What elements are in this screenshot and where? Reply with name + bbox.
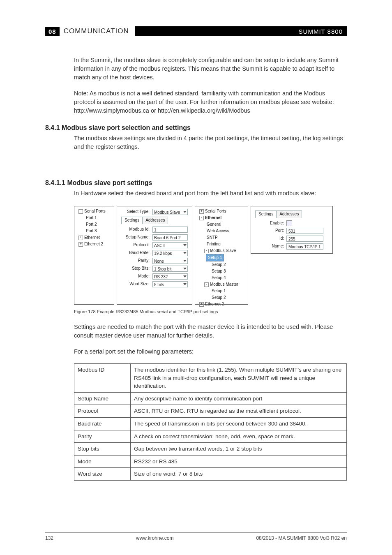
section-title: COMMUNICATION	[64, 27, 129, 35]
serial-settings-panel: Select Type: Modbus Slave Settings Addre…	[117, 206, 192, 305]
after-fig-p1: Settings are needed to match the port wi…	[74, 323, 347, 340]
param-name: Modbus ID	[74, 364, 131, 393]
ethernet-settings-panel: Settings Addresses Enable: Port:501 Id:2…	[251, 206, 333, 254]
tree-serial-ports[interactable]: Serial Ports	[84, 209, 106, 213]
param-name: Word size	[74, 468, 131, 481]
param-desc: The speed of transmission in bits per se…	[131, 417, 347, 430]
param-desc: The modbus identifier for this link (1..…	[131, 364, 347, 393]
tree-ethernet[interactable]: Ethernet	[205, 215, 222, 220]
param-desc: Gap between two transmitted words, 1 or …	[131, 443, 347, 456]
tree-webaccess[interactable]: Web Access	[198, 228, 245, 234]
product-name: SUMMIT 8800	[291, 26, 347, 36]
settings-screenshots: -Serial Ports Port 1 Port 2 Port 3 +Ethe…	[74, 206, 347, 305]
wordsize-dropdown[interactable]: 8 bits	[152, 281, 188, 287]
modbus-id-label: Modbus Id:	[121, 227, 151, 233]
enable-checkbox[interactable]	[286, 220, 292, 226]
tree-setup3[interactable]: Setup 3	[198, 268, 245, 275]
tab-addresses[interactable]: Addresses	[142, 217, 168, 224]
plus-icon[interactable]: +	[78, 242, 83, 247]
footer-doc: 08/2013 - MA SUMMIT 8800 Vol3 R02 en	[256, 535, 347, 541]
wordsize-label: Word Size:	[121, 281, 151, 287]
tree-setup2[interactable]: Setup 2	[198, 261, 245, 268]
port-label: Port:	[255, 228, 286, 234]
setup-name-label: Setup Name:	[121, 234, 151, 240]
serial-tree-panel: -Serial Ports Port 1 Port 2 Port 3 +Ethe…	[74, 206, 114, 305]
after-fig-p2: For a serial port set the following para…	[74, 347, 347, 356]
tree-port2[interactable]: Port 2	[77, 221, 111, 228]
protocol-dropdown[interactable]: ASCII	[152, 242, 188, 248]
select-type-label: Select Type:	[121, 209, 151, 215]
tree-ethernet[interactable]: Ethernet	[84, 235, 100, 240]
plus-icon[interactable]: +	[199, 302, 204, 307]
id-label: Id:	[255, 236, 286, 242]
port-field[interactable]: 501	[286, 228, 323, 234]
minus-icon[interactable]: -	[204, 282, 209, 287]
param-desc: ASCII, RTU or RMG. RTU is regarded as th…	[131, 405, 347, 418]
name-label: Name:	[255, 243, 286, 250]
baud-label: Baud Rate:	[121, 250, 151, 256]
tab-settings[interactable]: Settings	[255, 210, 277, 218]
table-row: Stop bitsGap between two transmitted wor…	[74, 443, 347, 456]
intro-p2: Note: As modbus is not a well defined st…	[74, 89, 347, 115]
modbus-id-field[interactable]: 1	[152, 227, 188, 233]
tree-setup1-selected[interactable]: Setup 1	[206, 254, 224, 261]
name-field[interactable]: Modbus TCP/IP 1	[286, 243, 323, 250]
heading-8411: 8.4.1.1 Modbus slave port settings	[45, 179, 347, 187]
tree-printing[interactable]: Printing	[198, 241, 245, 247]
plus-icon[interactable]: +	[199, 209, 204, 214]
tab-settings[interactable]: Settings	[121, 217, 143, 224]
param-desc: Size of one word: 7 or 8 bits	[131, 468, 347, 481]
stopbits-label: Stop Bits:	[121, 266, 151, 272]
setup-name-field[interactable]: Board 6 Port 2	[152, 234, 188, 240]
param-name: Parity	[74, 430, 131, 443]
param-desc: RS232 or RS 485	[131, 455, 347, 468]
plus-icon[interactable]: +	[78, 236, 83, 240]
table-row: ProtocolASCII, RTU or RMG. RTU is regard…	[74, 405, 347, 418]
tree-port3[interactable]: Port 3	[77, 228, 111, 234]
page-footer: 132 www.krohne.com 08/2013 - MA SUMMIT 8…	[45, 532, 347, 541]
table-row: Baud rateThe speed of transmission in bi…	[74, 417, 347, 430]
table-row: ModeRS232 or RS 485	[74, 455, 347, 468]
tree-setup4[interactable]: Setup 4	[198, 275, 245, 281]
tree-mm-setup1[interactable]: Setup 1	[198, 288, 245, 294]
section-number: 08	[45, 27, 60, 36]
page-number: 132	[45, 535, 53, 541]
id-field[interactable]: 255	[286, 236, 323, 242]
table-row: Setup NameAny descriptive name to identi…	[74, 392, 347, 405]
param-name: Baud rate	[74, 417, 131, 430]
sec841-p: The modbus slave settings are divided in…	[74, 134, 347, 151]
tree-modbus-master[interactable]: Modbus Master	[210, 282, 238, 287]
param-desc: Any descriptive name to identify communi…	[131, 392, 347, 405]
ethernet-tree-panel: +Serial Ports -Ethernet General Web Acce…	[195, 206, 248, 305]
param-name: Protocol	[74, 405, 131, 418]
baud-dropdown[interactable]: 19.2 kbps	[152, 250, 188, 256]
enable-label: Enable:	[255, 220, 286, 227]
param-name: Stop bits	[74, 443, 131, 456]
mode-dropdown[interactable]: RS 232	[152, 273, 188, 280]
select-type-dropdown[interactable]: Modbus Slave	[152, 209, 188, 215]
tree-ethernet2[interactable]: Ethernet 2	[84, 242, 103, 246]
parity-label: Parity:	[121, 258, 151, 264]
page-header: 08 COMMUNICATION SUMMIT 8800	[45, 26, 347, 36]
sec8411-p: In Hardware select the desired board and…	[74, 189, 347, 198]
minus-icon[interactable]: -	[204, 249, 209, 253]
mode-label: Mode:	[121, 273, 151, 280]
tree-serial-ports[interactable]: Serial Ports	[205, 209, 226, 213]
stopbits-dropdown[interactable]: 1 Stop bit	[152, 266, 188, 272]
tree-ethernet2[interactable]: Ethernet 2	[205, 302, 224, 306]
heading-841: 8.4.1 Modbus slave port selection and se…	[45, 124, 347, 132]
tab-addresses[interactable]: Addresses	[276, 210, 302, 218]
table-row: ParityA check on correct transmission: n…	[74, 430, 347, 443]
minus-icon[interactable]: -	[199, 216, 204, 220]
param-desc: A check on correct transmission: none, o…	[131, 430, 347, 443]
minus-icon[interactable]: -	[78, 209, 83, 214]
tree-modbus-slave[interactable]: Modbus Slave	[210, 248, 236, 253]
tree-port1[interactable]: Port 1	[77, 215, 111, 221]
parameters-table: Modbus IDThe modbus identifier for this …	[74, 363, 347, 481]
table-row: Modbus IDThe modbus identifier for this …	[74, 364, 347, 393]
parity-dropdown[interactable]: None	[152, 258, 188, 264]
tree-general[interactable]: General	[198, 221, 245, 228]
tree-mm-setup2[interactable]: Setup 2	[198, 294, 245, 301]
param-name: Mode	[74, 455, 131, 468]
tree-sntp[interactable]: SNTP	[198, 234, 245, 241]
